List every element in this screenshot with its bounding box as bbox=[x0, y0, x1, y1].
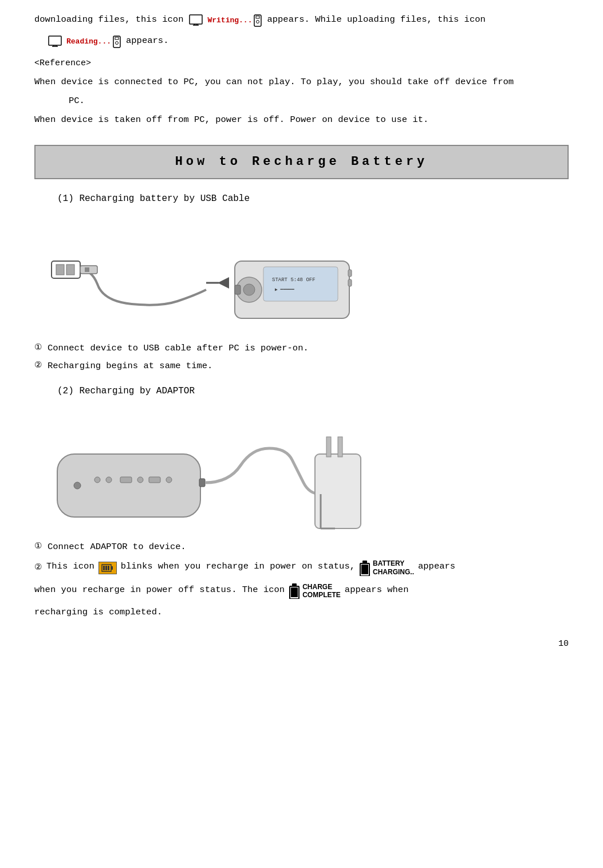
step-2-middle: blinks when you recharge in power on sta… bbox=[121, 558, 355, 575]
reading-label: Reading... bbox=[66, 35, 111, 49]
svg-rect-36 bbox=[149, 477, 160, 483]
svg-rect-20 bbox=[263, 267, 338, 301]
svg-rect-46 bbox=[103, 566, 105, 570]
top-section: downloading files, this icon Writing... … bbox=[34, 11, 569, 51]
svg-rect-12 bbox=[115, 37, 119, 40]
svg-point-22 bbox=[243, 284, 255, 295]
charge-complete-svg bbox=[289, 583, 300, 599]
svg-rect-41 bbox=[338, 437, 342, 457]
svg-point-13 bbox=[116, 42, 119, 45]
svg-point-35 bbox=[137, 477, 143, 483]
svg-rect-38 bbox=[199, 479, 205, 487]
svg-rect-54 bbox=[291, 587, 298, 597]
circle-num-1-a: ① bbox=[34, 540, 42, 554]
pc-icon-reading bbox=[48, 35, 65, 49]
top-line-1-text: downloading files, this icon bbox=[34, 11, 183, 28]
step-3-after: appears when bbox=[345, 582, 409, 598]
battery-charging-icon: BATTERY CHARGING.. bbox=[359, 559, 414, 576]
step-2-after: appears bbox=[418, 558, 455, 575]
paragraph-1: When device is connected to PC, you can … bbox=[34, 74, 569, 90]
svg-rect-48 bbox=[108, 566, 109, 570]
reference-label: <Reference> bbox=[34, 57, 569, 70]
top-line-1: downloading files, this icon Writing... … bbox=[34, 11, 569, 30]
svg-rect-51 bbox=[361, 565, 368, 574]
section-header-text: How to Recharge Battery bbox=[175, 155, 428, 169]
svg-text:START  5:48  OFF: START 5:48 OFF bbox=[272, 277, 316, 283]
svg-point-33 bbox=[106, 477, 112, 483]
battery-charging-svg bbox=[359, 560, 371, 576]
circle-num-2-a: ② bbox=[34, 561, 42, 575]
page-number: 10 bbox=[34, 637, 569, 651]
paragraph-1-cont: PC. bbox=[34, 93, 569, 109]
svg-point-6 bbox=[257, 21, 259, 23]
svg-rect-34 bbox=[120, 477, 132, 483]
svg-marker-17 bbox=[218, 277, 229, 289]
device-icon-small-1 bbox=[254, 14, 262, 27]
step-2-usb-text: Recharging begins at same time. bbox=[48, 359, 212, 373]
svg-rect-53 bbox=[292, 583, 297, 587]
charge-complete-icon: CHARGE COMPLETE bbox=[289, 583, 341, 599]
svg-text:▶ ━━━━━: ▶ ━━━━━ bbox=[275, 287, 294, 292]
svg-rect-16 bbox=[66, 265, 74, 275]
writing-label: Writing... bbox=[207, 14, 252, 28]
svg-rect-0 bbox=[190, 15, 202, 24]
svg-rect-7 bbox=[49, 36, 61, 45]
blink-battery-icon bbox=[98, 562, 117, 574]
battery-blink-svg bbox=[101, 563, 114, 573]
section-header-recharge: How to Recharge Battery bbox=[34, 145, 569, 179]
battery-charging-line1: BATTERY bbox=[373, 559, 404, 567]
usb-cable-diagram: START 5:48 OFF ▶ ━━━━━ bbox=[34, 215, 569, 341]
pc-icon-writing bbox=[188, 14, 206, 27]
svg-rect-23 bbox=[235, 285, 241, 294]
writing-icon-group: Writing... bbox=[188, 14, 262, 28]
sub-heading-2: (2) Recharging by ADAPTOR bbox=[34, 384, 569, 399]
sub-heading-1: (1) Recharging battery by USB Cable bbox=[34, 192, 569, 207]
step-1-usb-text: Connect device to USB cable after PC is … bbox=[48, 341, 309, 356]
charge-complete-line2: COMPLETE bbox=[302, 591, 341, 599]
svg-rect-50 bbox=[362, 561, 367, 564]
adaptor-diagram bbox=[34, 408, 569, 540]
device-icon-small-2 bbox=[113, 35, 121, 48]
charge-complete-text: CHARGE COMPLETE bbox=[302, 583, 341, 599]
charge-complete-line1: CHARGE bbox=[302, 583, 332, 591]
paragraph-2: When device is taken off from PC, power … bbox=[34, 112, 569, 128]
svg-rect-27 bbox=[348, 279, 352, 286]
svg-rect-15 bbox=[56, 265, 64, 275]
svg-point-32 bbox=[94, 477, 100, 483]
svg-rect-5 bbox=[256, 16, 259, 18]
svg-rect-47 bbox=[105, 566, 107, 570]
step-2-before: This icon bbox=[46, 558, 94, 575]
step-2-adaptor: ② This icon blinks when you recharge in … bbox=[34, 558, 569, 577]
svg-point-37 bbox=[166, 477, 172, 483]
step-3-cont: recharging is completed. bbox=[34, 604, 569, 621]
circle-num-1: ① bbox=[34, 341, 42, 355]
svg-rect-45 bbox=[111, 566, 113, 570]
svg-point-31 bbox=[74, 482, 81, 489]
step-1-adaptor: ① Connect ADAPTOR to device. bbox=[34, 540, 569, 554]
battery-charging-text: BATTERY CHARGING.. bbox=[373, 559, 414, 576]
battery-charging-line2: CHARGING.. bbox=[373, 568, 414, 576]
reading-icon-group: Reading... bbox=[48, 35, 121, 49]
step-1-usb: ① Connect device to USB cable after PC i… bbox=[34, 341, 569, 356]
svg-rect-40 bbox=[326, 437, 331, 457]
step-1-adaptor-text: Connect ADAPTOR to device. bbox=[48, 540, 186, 554]
svg-rect-39 bbox=[315, 454, 361, 528]
svg-rect-26 bbox=[348, 270, 352, 277]
top-line-2-after: appears. bbox=[126, 33, 168, 49]
adaptor-diagram-svg bbox=[46, 408, 378, 534]
step-3-adaptor: when you recharge in power off status. T… bbox=[34, 582, 569, 601]
svg-rect-29 bbox=[85, 267, 89, 272]
step-3-before: when you recharge in power off status. T… bbox=[34, 582, 285, 598]
step-2-usb: ② Recharging begins at same time. bbox=[34, 359, 569, 373]
circle-num-2: ② bbox=[34, 359, 42, 373]
usb-diagram-svg: START 5:48 OFF ▶ ━━━━━ bbox=[46, 215, 378, 336]
top-line-2: Reading... appears. bbox=[34, 33, 569, 52]
top-line-1-after: appears. While uploading files, this ico… bbox=[267, 11, 485, 28]
